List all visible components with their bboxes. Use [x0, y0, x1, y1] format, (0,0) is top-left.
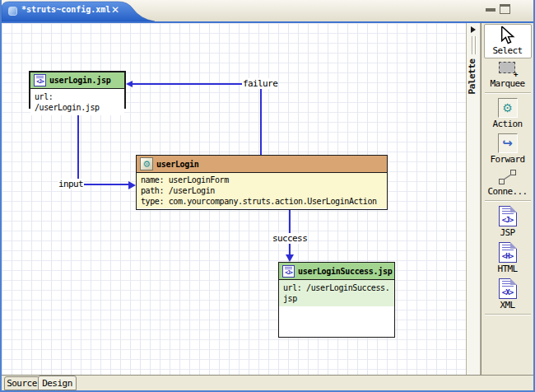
jsp-doc-icon: <J>	[499, 206, 517, 226]
connection-label-success[interactable]: success	[272, 233, 308, 244]
palette-separator	[485, 92, 531, 94]
palette-vertical-title: Palette	[467, 53, 478, 100]
palette-separator	[485, 200, 531, 202]
arrowhead-right-icon	[128, 181, 136, 189]
palette-grip	[475, 36, 476, 54]
cursor-icon	[500, 26, 515, 44]
editor-mode-tab-bar: Source Design	[2, 375, 533, 390]
arrowhead-left-icon	[126, 81, 133, 87]
connection-label-failure[interactable]: failure	[242, 78, 278, 89]
node-property: url: /userLoginSuccess.jsp	[283, 282, 390, 304]
palette-tool-jsp[interactable]: <J> JSP	[484, 204, 532, 240]
palette-tool-html[interactable]: <H> HTML	[484, 240, 532, 276]
connection-icon	[498, 169, 518, 185]
tab-design[interactable]: Design	[38, 376, 77, 390]
close-icon[interactable]: ✕	[111, 4, 119, 16]
palette-separator	[485, 314, 531, 315]
html-doc-icon: <H>	[499, 242, 517, 263]
action-gear-icon: ⚙	[140, 157, 153, 170]
node-property: url: /userLogin.jsp	[35, 91, 120, 113]
xml-doc-icon: <X>	[499, 278, 517, 299]
editor-tab-title: *struts~config.xml	[21, 5, 110, 14]
restore-icon[interactable]	[500, 4, 510, 14]
tab-source[interactable]: Source	[4, 376, 40, 390]
node-userloginsuccess-jsp[interactable]: <J> userLoginSuccess.jsp url: /userLogin…	[278, 262, 395, 338]
forward-icon: ↪	[498, 133, 518, 153]
node-userlogin-jsp[interactable]: <J> userLogin.jsp url: /userLogin.jsp	[29, 71, 126, 109]
connection-input-vline[interactable]	[77, 109, 79, 185]
jsp-doc-icon: <J>	[34, 74, 46, 86]
palette-panel: Select + Marquee ⚙ Action ↪ Forward	[481, 23, 533, 375]
action-icon: ⚙	[498, 98, 518, 118]
node-title: userLoginSuccess.jsp	[298, 267, 392, 276]
node-property: path: /userLogin	[141, 185, 383, 196]
connection-label-input[interactable]: input	[58, 179, 84, 189]
app-window: *struts~config.xml ✕ failure input succe…	[0, 0, 535, 392]
palette-tool-marquee[interactable]: + Marquee	[484, 59, 532, 91]
palette-grip	[472, 36, 472, 54]
palette-tool-forward[interactable]: ↪ Forward	[484, 132, 532, 166]
editor-tab-bar: *struts~config.xml ✕	[2, 0, 533, 21]
palette-tool-connection[interactable]: Conne...	[484, 167, 532, 198]
palette-flyout-bar[interactable]: Palette	[466, 23, 481, 375]
arrowhead-down-icon	[286, 254, 294, 262]
node-title: userLogin.jsp	[49, 76, 110, 85]
connection-input-hline[interactable]	[77, 184, 128, 185]
jsp-doc-icon: <J>	[282, 265, 295, 278]
node-property: name: userLoginForm	[141, 175, 383, 185]
node-title: userLogin	[156, 160, 199, 169]
palette-collapse-icon[interactable]	[471, 26, 476, 33]
marquee-icon: +	[498, 61, 518, 77]
editor-file-icon	[8, 7, 17, 16]
palette-tool-action[interactable]: ⚙ Action	[484, 96, 532, 131]
minimize-icon[interactable]	[486, 8, 495, 12]
node-userlogin-action[interactable]: ⚙ userLogin name: userLoginForm path: /u…	[136, 155, 388, 210]
connection-failure-vline[interactable]	[260, 83, 262, 155]
palette-tool-select[interactable]: Select	[484, 24, 532, 58]
node-property: type: com.yourcompany.struts.action.User…	[141, 196, 383, 207]
palette-tool-xml[interactable]: <X> XML	[484, 277, 532, 312]
